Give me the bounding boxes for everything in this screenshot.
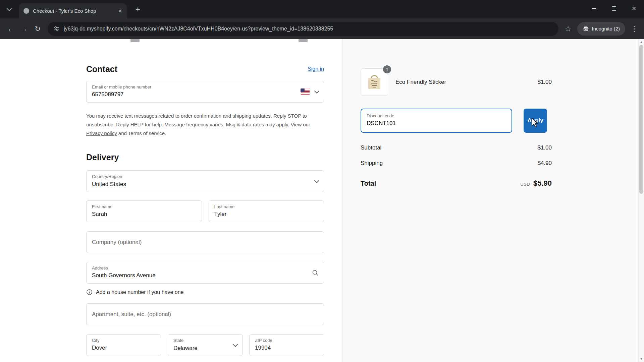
chevron-down-icon	[314, 178, 320, 183]
chevron-down-icon[interactable]	[314, 88, 320, 94]
last-name-field[interactable]: Last name	[209, 200, 324, 222]
apartment-field[interactable]	[86, 303, 324, 325]
browser-toolbar: ← → ↻ jy63jq-dc.myshopify.com/checkouts/…	[0, 18, 644, 39]
last-name-input[interactable]	[214, 211, 319, 218]
disclaimer-text: and	[117, 130, 128, 136]
shipping-label: Shipping	[361, 160, 383, 167]
scrollbar-thumb[interactable]	[639, 45, 643, 194]
terms-text: Terms of service.	[128, 130, 166, 136]
address-input[interactable]	[92, 272, 293, 279]
subtotal-row: Subtotal $1.00	[361, 144, 552, 152]
state-select[interactable]: State Delaware	[168, 334, 243, 356]
zip-input[interactable]	[255, 345, 318, 351]
checkout-page: Contact Sign in Email or mobile phone nu…	[0, 39, 644, 362]
reload-button[interactable]: ↻	[31, 22, 44, 36]
first-name-label: First name	[92, 204, 196, 209]
currency-code: USD	[520, 182, 530, 187]
chevron-down-icon	[6, 6, 12, 11]
maximize-button[interactable]	[604, 0, 624, 17]
contact-heading: Contact	[86, 64, 117, 74]
checkout-form: Contact Sign in Email or mobile phone nu…	[86, 39, 324, 356]
total-row: Total USD $5.90	[361, 179, 552, 188]
minimize-icon	[592, 8, 596, 9]
state-label: State	[173, 338, 237, 343]
address-label: Address	[92, 265, 318, 271]
chevron-down-icon	[233, 342, 238, 347]
tab-strip: Checkout - Tyler's Eco Shop × + ×	[0, 0, 644, 18]
window-controls: ×	[584, 0, 644, 17]
product-thumbnail: 1	[361, 68, 388, 96]
sms-disclaimer: You may receive text messages related to…	[86, 112, 318, 138]
tab-search-button[interactable]	[4, 4, 14, 14]
phone-label: Email or mobile phone number	[92, 84, 318, 90]
first-name-field[interactable]: First name	[86, 200, 202, 222]
sign-in-link[interactable]: Sign in	[308, 66, 324, 72]
back-button[interactable]: ←	[4, 22, 17, 36]
state-value: Delaware	[173, 345, 237, 352]
subtotal-value: $1.00	[537, 144, 552, 152]
apartment-input[interactable]	[92, 311, 318, 318]
incognito-icon	[583, 26, 589, 32]
zip-field[interactable]: ZIP code	[249, 334, 324, 356]
address-field[interactable]: Address	[86, 262, 324, 284]
order-summary-panel: 1 Eco Friendly Sticker $1.00 Discount co…	[342, 39, 644, 362]
product-price: $1.00	[537, 79, 552, 85]
disclaimer-text: You may receive text messages related to…	[86, 113, 310, 127]
address-hint: Add a house number if you have one	[86, 289, 324, 295]
tab-close-icon[interactable]: ×	[118, 8, 122, 14]
tab-favicon	[23, 8, 29, 14]
incognito-badge: Incognito (2)	[577, 22, 625, 36]
city-input[interactable]	[92, 345, 155, 351]
shipping-row: Shipping $4.90	[361, 160, 552, 167]
address-hint-text: Add a house number if you have one	[96, 289, 184, 295]
browser-menu-icon[interactable]: ⋮	[628, 22, 641, 36]
country-value: United States	[92, 181, 318, 188]
address-bar[interactable]: jy63jq-dc.myshopify.com/checkouts/cn/hWN…	[48, 22, 558, 36]
forward-button[interactable]: →	[17, 22, 31, 36]
quantity-badge: 1	[383, 65, 391, 73]
country-select[interactable]: Country/Region United States	[86, 170, 324, 192]
country-label: Country/Region	[92, 174, 318, 179]
last-name-label: Last name	[214, 204, 319, 209]
scroll-down-icon[interactable]: ▼	[639, 356, 644, 362]
discount-row: Discount code Apply	[361, 109, 552, 133]
minimize-button[interactable]	[584, 0, 604, 17]
discount-code-field[interactable]: Discount code	[361, 109, 512, 133]
site-info-icon[interactable]	[54, 26, 59, 32]
subtotal-label: Subtotal	[361, 144, 381, 152]
zip-label: ZIP code	[255, 338, 318, 343]
us-flag-icon	[301, 88, 310, 95]
discount-code-input[interactable]	[367, 120, 506, 127]
maximize-icon	[612, 6, 616, 11]
product-image	[365, 72, 384, 92]
privacy-policy-link[interactable]: Privacy policy	[86, 130, 117, 136]
new-tab-button[interactable]: +	[133, 4, 143, 14]
scroll-up-icon[interactable]: ▲	[639, 39, 644, 45]
city-field[interactable]: City	[86, 334, 161, 356]
phone-field[interactable]: Email or mobile phone number	[86, 81, 324, 103]
company-input[interactable]	[92, 239, 318, 246]
bookmark-star-icon[interactable]: ☆	[562, 22, 575, 36]
browser-window: Checkout - Tyler's Eco Shop × + × ← → ↻ …	[0, 0, 644, 362]
total-label: Total	[361, 180, 376, 187]
product-name: Eco Friendly Sticker	[395, 79, 530, 85]
order-summary: 1 Eco Friendly Sticker $1.00 Discount co…	[361, 68, 552, 188]
first-name-input[interactable]	[92, 211, 196, 218]
page-scrollbar[interactable]: ▲ ▼	[638, 39, 644, 362]
shipping-value: $4.90	[537, 160, 552, 167]
phone-input[interactable]	[92, 91, 280, 98]
url-text[interactable]: jy63jq-dc.myshopify.com/checkouts/cn/hWN…	[64, 26, 333, 32]
total-value: $5.90	[533, 179, 552, 188]
discount-code-label: Discount code	[367, 113, 506, 119]
incognito-label: Incognito (2)	[592, 26, 620, 32]
tab-title: Checkout - Tyler's Eco Shop	[33, 8, 115, 14]
search-icon	[312, 269, 319, 276]
info-icon	[86, 289, 93, 295]
browser-tab[interactable]: Checkout - Tyler's Eco Shop ×	[19, 3, 127, 18]
cart-item: 1 Eco Friendly Sticker $1.00	[361, 68, 552, 96]
delivery-heading: Delivery	[86, 152, 119, 162]
city-label: City	[92, 338, 155, 343]
company-field[interactable]	[86, 231, 324, 253]
close-button[interactable]: ×	[624, 0, 644, 17]
apply-button[interactable]: Apply	[524, 109, 547, 133]
